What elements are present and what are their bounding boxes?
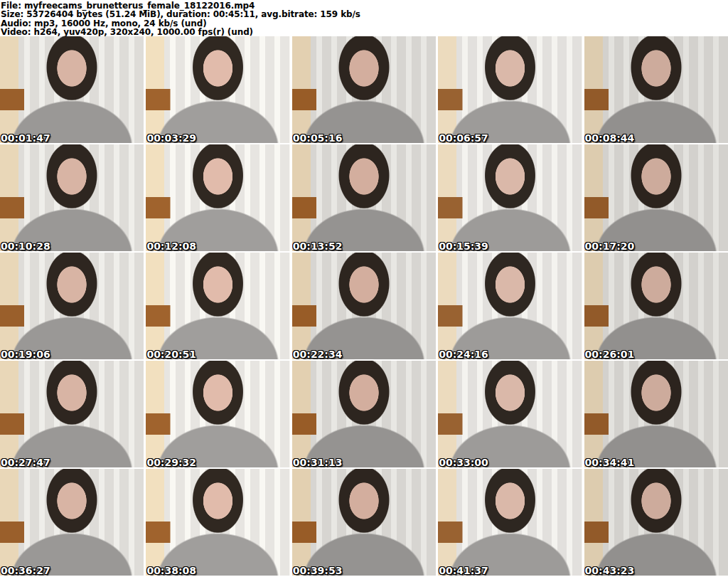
timestamp-overlay: 00:08:44 <box>585 133 635 143</box>
timestamp-overlay: 00:43:23 <box>585 566 635 576</box>
video-frame-image <box>146 253 289 359</box>
timestamp-overlay: 00:24:16 <box>439 349 488 359</box>
video-frame-image <box>438 144 582 251</box>
video-thumbnail: 00:10:28 <box>0 144 144 251</box>
video-frame-image <box>292 144 436 251</box>
timestamp-overlay: 00:19:06 <box>1 349 50 359</box>
timestamp-overlay: 00:15:39 <box>439 241 488 251</box>
video-frame-image <box>146 361 289 467</box>
video-thumbnail: 00:20:51 <box>146 253 289 359</box>
timestamp-overlay: 00:31:13 <box>293 457 343 467</box>
video-thumbnail: 00:13:52 <box>292 144 436 251</box>
video-frame-image <box>0 253 144 359</box>
video-thumbnail: 00:01:47 <box>0 36 144 143</box>
video-frame-image <box>438 253 582 359</box>
video-frame-image <box>0 469 144 576</box>
video-thumbnail: 00:43:23 <box>584 469 728 576</box>
video-thumbnail: 00:12:08 <box>146 144 289 251</box>
video-frame-image <box>438 361 582 467</box>
video-frame-image <box>0 361 144 467</box>
video-frame-image <box>292 361 436 467</box>
timestamp-overlay: 00:20:51 <box>146 349 196 359</box>
video-thumbnail: 00:05:16 <box>292 36 436 143</box>
video-thumbnail: 00:41:37 <box>438 469 582 576</box>
video-thumbnail: 00:24:16 <box>438 253 582 359</box>
timestamp-overlay: 00:34:41 <box>585 457 635 467</box>
video-thumbnail: 00:33:00 <box>438 361 582 467</box>
video-frame-image <box>0 144 144 251</box>
video-frame-image <box>584 361 728 467</box>
video-frame-image <box>584 469 728 576</box>
video-thumbnail: 00:17:20 <box>584 144 728 251</box>
video-frame-image <box>438 469 582 576</box>
file-info-header: File: myfreecams_brunetterus_female_1812… <box>0 0 728 36</box>
timestamp-overlay: 00:38:08 <box>146 566 196 576</box>
video-thumbnail: 00:26:01 <box>584 253 728 359</box>
video-frame-image <box>146 36 289 143</box>
video-frame-image <box>292 36 436 143</box>
video-thumbnail: 00:08:44 <box>584 36 728 143</box>
video-thumbnail: 00:34:41 <box>584 361 728 467</box>
video-thumbnail: 00:06:57 <box>438 36 582 143</box>
timestamp-overlay: 00:13:52 <box>293 241 343 251</box>
video-thumbnail: 00:19:06 <box>0 253 144 359</box>
video-frame-image <box>292 253 436 359</box>
video-thumbnail: 00:29:32 <box>146 361 289 467</box>
video-thumbnail: 00:36:27 <box>0 469 144 576</box>
video-thumbnail: 00:03:29 <box>146 36 289 143</box>
video-frame-image <box>146 144 289 251</box>
timestamp-overlay: 00:03:29 <box>146 133 196 143</box>
video-thumbnail: 00:39:53 <box>292 469 436 576</box>
timestamp-overlay: 00:10:28 <box>1 241 50 251</box>
video-frame-image <box>146 469 289 576</box>
thumbnail-grid: 00:01:47 00:03:29 00:05:16 00:06:57 00:0… <box>0 36 728 577</box>
video-frame-image <box>292 469 436 576</box>
video-frame-image <box>584 144 728 251</box>
video-thumbnail: 00:15:39 <box>438 144 582 251</box>
timestamp-overlay: 00:12:08 <box>146 241 196 251</box>
file-size-line: Size: 53726404 bytes (51.24 MiB), durati… <box>1 10 728 18</box>
video-thumbnail: 00:38:08 <box>146 469 289 576</box>
video-thumbnail: 00:22:34 <box>292 253 436 359</box>
video-frame-image <box>0 36 144 143</box>
timestamp-overlay: 00:05:16 <box>293 133 343 143</box>
timestamp-overlay: 00:29:32 <box>146 457 196 467</box>
video-frame-image <box>584 36 728 143</box>
timestamp-overlay: 00:27:47 <box>1 457 50 467</box>
timestamp-overlay: 00:33:00 <box>439 457 488 467</box>
timestamp-overlay: 00:22:34 <box>293 349 343 359</box>
video-info-line: Video: h264, yuv420p, 320x240, 1000.00 f… <box>1 28 728 36</box>
video-thumbnail: 00:27:47 <box>0 361 144 467</box>
video-contact-sheet: { "header": { "lines": [ "File: myfreeca… <box>0 0 728 577</box>
timestamp-overlay: 00:17:20 <box>585 241 635 251</box>
timestamp-overlay: 00:36:27 <box>1 566 50 576</box>
timestamp-overlay: 00:39:53 <box>293 566 343 576</box>
timestamp-overlay: 00:06:57 <box>439 133 488 143</box>
timestamp-overlay: 00:41:37 <box>439 566 488 576</box>
video-frame-image <box>438 36 582 143</box>
video-frame-image <box>584 253 728 359</box>
video-thumbnail: 00:31:13 <box>292 361 436 467</box>
timestamp-overlay: 00:26:01 <box>585 349 635 359</box>
timestamp-overlay: 00:01:47 <box>1 133 50 143</box>
